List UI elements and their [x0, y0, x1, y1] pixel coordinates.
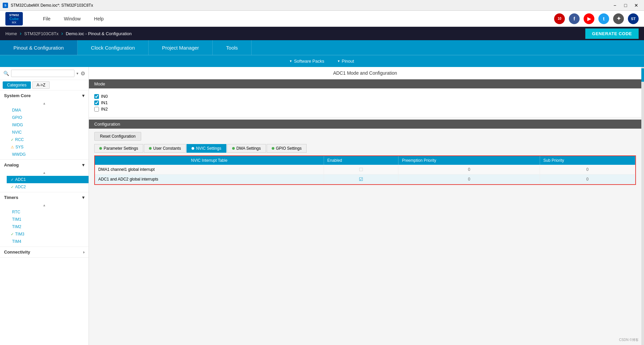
sidebar-item-tim3[interactable]: ✓ TIM3	[7, 230, 89, 238]
search-input[interactable]	[11, 70, 74, 77]
sidebar-item-tim4[interactable]: TIM4	[7, 238, 89, 245]
checkbox-dma1-enabled[interactable]: ☐	[359, 167, 363, 172]
twitter-icon[interactable]: t	[598, 13, 609, 24]
sidebar-item-rcc[interactable]: ✓ RCC	[7, 136, 89, 143]
tab-project-manager[interactable]: Project Manager	[149, 40, 213, 55]
right-scrollbar[interactable]	[641, 67, 644, 345]
checkbox-in0-row: IN0	[94, 94, 636, 99]
tab-clock-configuration[interactable]: Clock Configuration	[77, 40, 149, 55]
user-tab-label: User Constants	[153, 146, 181, 151]
checkbox-adc-enabled[interactable]: ☑	[359, 177, 363, 182]
minimize-button[interactable]: −	[610, 2, 620, 9]
sidebar-item-adc1[interactable]: ✓ ADC1	[7, 176, 89, 183]
menu-help[interactable]: Help	[87, 11, 110, 27]
logo-box: STM32 Cube MX	[5, 12, 23, 25]
sidebar-item-tim1[interactable]: TIM1	[7, 216, 89, 223]
settings-icon[interactable]: ⚙	[80, 70, 85, 77]
analog-scroll-up: ▲	[0, 170, 89, 175]
checkbox-in1[interactable]	[94, 100, 99, 105]
close-button[interactable]: ✕	[631, 2, 641, 9]
tab-pinout-configuration[interactable]: Pinout & Configuration	[0, 40, 77, 55]
logo-cube: Cube	[9, 17, 19, 21]
system-core-chevron: ▾	[82, 93, 85, 98]
sidebar-item-tim2[interactable]: TIM2	[7, 223, 89, 230]
checkbox-in2-row: IN2	[94, 107, 636, 112]
maximize-button[interactable]: □	[621, 2, 631, 9]
anniversary-icon[interactable]: 10	[554, 13, 565, 24]
tim2-label: TIM2	[12, 224, 21, 229]
connectivity-header[interactable]: Connectivity ›	[0, 247, 89, 257]
st-logo-icon[interactable]: ST	[628, 13, 639, 24]
breadcrumb-device[interactable]: STM32F103C8Tx	[24, 31, 59, 36]
col-interrupt-name: NVIC Interrupt Table	[95, 156, 324, 165]
sidebar-item-gpio[interactable]: GPIO	[7, 114, 89, 121]
sidebar-item-iwdg[interactable]: IWDG	[7, 121, 89, 129]
gpio-tab-dot	[272, 147, 274, 150]
twitter-label: t	[603, 16, 605, 21]
col-sub-priority: Sub Priority	[540, 156, 635, 165]
window-controls[interactable]: − □ ✕	[610, 2, 641, 9]
breadcrumb-current: Demo.ioc - Pinout & Configuration	[66, 31, 132, 36]
in1-label: IN1	[101, 100, 108, 105]
search-icon: 🔍	[3, 71, 9, 76]
enabled-adc[interactable]: ☑	[324, 175, 398, 184]
checkbox-in1-row: IN1	[94, 100, 636, 105]
pinout-label: Pinout	[342, 59, 354, 64]
interrupt-name-adc: ADC1 and ADC2 global interrupts	[95, 175, 324, 184]
sidebar-item-dma[interactable]: DMA	[7, 107, 89, 114]
tab-tools[interactable]: Tools	[213, 40, 252, 55]
sub-tab-pinout[interactable]: ▾ Pinout	[338, 59, 354, 64]
content-area: 🔍 ▾ ⚙ Categories A->Z System Core ▾ ▲ DM…	[0, 67, 644, 345]
reset-configuration-button[interactable]: Reset Configuration	[94, 132, 141, 141]
sidebar-item-rtc[interactable]: RTC	[7, 208, 89, 216]
enabled-dma1[interactable]: ☐	[324, 165, 398, 175]
breadcrumb-home[interactable]: Home	[5, 31, 17, 36]
tab-nvic-settings[interactable]: NVIC Settings	[186, 144, 226, 153]
network-icon[interactable]: ✦	[613, 13, 624, 24]
nvic-table-header-row: NVIC Interrupt Table Enabled Preemption …	[95, 156, 635, 165]
sidebar: 🔍 ▾ ⚙ Categories A->Z System Core ▾ ▲ DM…	[0, 67, 89, 345]
tab-gpio-settings[interactable]: GPIO Settings	[267, 144, 307, 153]
menu-file[interactable]: File	[36, 11, 57, 27]
sidebar-item-nvic[interactable]: NVIC	[7, 129, 89, 136]
config-tabs: Parameter Settings User Constants NVIC S…	[89, 144, 641, 153]
generate-code-button[interactable]: GENERATE CODE	[585, 28, 639, 39]
breadcrumb: Home › STM32F103C8Tx › Demo.ioc - Pinout…	[0, 27, 644, 40]
config-section: Configuration Reset Configuration Parame…	[89, 120, 641, 185]
system-core-items: DMA GPIO IWDG NVIC ✓	[0, 106, 89, 159]
sidebar-item-wwdg[interactable]: WWDG	[7, 151, 89, 158]
rcc-label: RCC	[15, 137, 24, 142]
checkbox-in0[interactable]	[94, 94, 99, 99]
system-core-header[interactable]: System Core ▾	[0, 90, 89, 101]
tab-parameter-settings[interactable]: Parameter Settings	[94, 144, 143, 153]
facebook-icon[interactable]: f	[569, 13, 580, 24]
checkbox-in2[interactable]	[94, 107, 99, 112]
network-label: ✦	[616, 15, 621, 22]
table-row: DMA1 channel1 global interrupt ☐ 0 0	[95, 165, 635, 175]
main-panel: ADC1 Mode and Configuration Mode IN0 IN1…	[89, 67, 641, 345]
nvic-label: NVIC	[12, 130, 22, 135]
st-label: ST	[631, 17, 636, 21]
iwdg-label: IWDG	[12, 123, 23, 127]
sub-tab-software-packs[interactable]: ▾ Software Packs	[290, 59, 324, 64]
sub-tabs: ▾ Software Packs ▾ Pinout	[0, 55, 644, 67]
sub-priority-adc: 0	[540, 175, 635, 184]
category-tabs: Categories A->Z	[0, 80, 89, 90]
dma-tab-label: DMA Settings	[236, 146, 261, 151]
tab-az[interactable]: A->Z	[32, 81, 50, 89]
analog-header[interactable]: Analog ▾	[0, 160, 89, 170]
sidebar-item-adc2[interactable]: ✓ ADC2	[7, 183, 89, 191]
youtube-icon[interactable]: ▶	[584, 13, 594, 24]
breadcrumb-sep-1: ›	[20, 30, 21, 37]
sidebar-item-sys[interactable]: ⚠ SYS	[7, 143, 89, 151]
adc1-label: ADC1	[15, 177, 26, 182]
search-dropdown-icon: ▾	[76, 71, 78, 76]
tab-user-constants[interactable]: User Constants	[144, 144, 186, 153]
timers-scroll-up: ▲	[0, 203, 89, 208]
timers-header[interactable]: Timers ▾	[0, 192, 89, 203]
connectivity-chevron: ›	[83, 250, 85, 255]
menu-window[interactable]: Window	[57, 11, 88, 27]
scroll-thumb[interactable]	[641, 68, 644, 82]
tab-categories[interactable]: Categories	[3, 81, 31, 89]
tab-dma-settings[interactable]: DMA Settings	[227, 144, 266, 153]
